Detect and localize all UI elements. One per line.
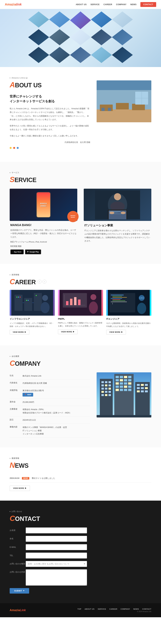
svg-rect-51 xyxy=(111,298,122,299)
about-body2: 世界中の人々が良い環境を感じてもらえるようなサービスを提供し、より一端の業種の成… xyxy=(10,124,90,132)
career-card-it: ITエンジニア モダンな開発環境・技術取得から現状の自社案件活躍の中為通したなど… xyxy=(106,290,151,336)
logo[interactable]: Amazialink xyxy=(5,2,22,6)
submit-button[interactable]: SUBMIT xyxy=(10,588,29,594)
career-job-desc-3: モダンな開発環境・技術取得から現状の自社案件活躍の中為通したなどを志すして楽しま… xyxy=(106,322,151,328)
svg-rect-43 xyxy=(78,300,80,305)
svg-rect-107 xyxy=(141,390,144,392)
career-prev-button[interactable]: ‹ xyxy=(38,280,42,284)
svg-rect-73 xyxy=(105,391,108,393)
footer-nav-service[interactable]: SERVICE xyxy=(98,608,106,610)
svg-rect-93 xyxy=(124,386,127,388)
footer-nav-company[interactable]: COMPANY xyxy=(120,608,130,610)
lastname-label: 余名 xyxy=(10,537,26,540)
inquiry-label: お問い合わせ種別 xyxy=(10,562,26,565)
career-next-button[interactable]: › xyxy=(42,280,46,284)
svg-rect-103 xyxy=(137,387,140,389)
career-nav: ‹ › xyxy=(38,280,46,284)
career-job-desc-2: PM/PLとして開業を進め・案職のプロジェクト案席管理を通じ、未来を変えていくた… xyxy=(58,322,103,328)
it-image xyxy=(84,189,151,221)
company-inner: 社名 株式会社 Amazia Link 代表者名 代表取締役社長 佐久間 晃輔 … xyxy=(10,372,151,438)
service-section: サービス SERVICE MANGABANG! MANGABANG! MANGA… xyxy=(0,162,161,264)
manga-title: MANGA BANG! xyxy=(10,224,77,227)
name-input[interactable] xyxy=(26,528,87,533)
career-view-more-2[interactable]: VIEW MORE ▶ xyxy=(58,330,78,334)
footer-nav-career[interactable]: CAREER xyxy=(109,608,117,610)
career-image-pm xyxy=(58,290,103,316)
manga-desc: 佐高前後のマンガアプリ。豊富な作品・豊なジャンルの作品を集め、ユーザー管理な時/… xyxy=(10,228,77,239)
nav-company[interactable]: COMPANY xyxy=(116,4,126,6)
footer-nav: TOP ABOUT US SERVICE CAREER COMPANY NEWS… xyxy=(78,608,151,610)
footer-nav-top[interactable]: TOP xyxy=(78,608,81,610)
contact-button[interactable]: CONTACT xyxy=(140,2,156,7)
svg-rect-7 xyxy=(108,108,111,111)
company-row-name: 社名 株式会社 Amazia Link xyxy=(10,372,90,380)
svg-rect-63 xyxy=(102,381,104,383)
about-title: ABOUT US xyxy=(10,80,90,89)
footer: AmaziaLink TOP ABOUT US SERVICE CAREER C… xyxy=(0,603,161,617)
svg-point-26 xyxy=(16,296,18,298)
svg-rect-100 xyxy=(137,384,140,386)
infra-illustration xyxy=(11,290,53,316)
contact-section-label: お問い合わせ xyxy=(10,510,151,513)
svg-rect-6 xyxy=(102,108,105,111)
footer-nav-about[interactable]: ABOUT US xyxy=(84,608,94,610)
apple-icon:  xyxy=(12,251,13,253)
header: Amazialink ABOUT US SERVICE CAREER COMPA… xyxy=(0,0,161,9)
news-view-more-button[interactable]: VIEW MORE ▶ xyxy=(10,486,30,491)
tel-label: TEL xyxy=(10,554,26,557)
form-row-message: お問い合わせ内容 xyxy=(10,570,87,586)
career-view-more-1[interactable]: VIEW MORE ▶ xyxy=(10,330,29,334)
svg-rect-40 xyxy=(66,301,68,305)
svg-rect-108 xyxy=(145,390,148,392)
nav-about[interactable]: ABOUT US xyxy=(76,4,86,6)
about-dots xyxy=(10,147,151,149)
svg-rect-83 xyxy=(116,379,119,381)
svg-rect-86 xyxy=(128,379,132,381)
career-view-more-3[interactable]: VIEW MORE ▶ xyxy=(106,330,126,334)
store-badges:  App Store ▶ Google Play xyxy=(10,250,77,254)
nav-news[interactable]: NEWS xyxy=(130,4,136,6)
svg-rect-65 xyxy=(108,381,111,383)
hero-cell-6 xyxy=(28,29,49,45)
news-list: 2024.04.04 NEWS 弊社サイトを公開しました xyxy=(10,474,151,482)
google-play-button[interactable]: ▶ Google Play xyxy=(25,250,41,254)
hero-section xyxy=(0,9,161,67)
form-row-email: E-MAIL xyxy=(10,544,87,550)
logo-text-accent: link xyxy=(16,2,22,6)
svg-point-45 xyxy=(89,302,98,314)
footer-logo: AmaziaLink xyxy=(10,608,26,612)
company-row-shareholder: 主事業者 有限会社 Amazia（50%） 有限会社目海のブロース株式会社（証券… xyxy=(10,406,90,416)
map-button[interactable]: 📍 MAP xyxy=(22,393,33,396)
tel-input[interactable] xyxy=(26,553,87,558)
svg-rect-92 xyxy=(120,386,123,388)
lastname-input[interactable] xyxy=(26,536,87,542)
svg-rect-98 xyxy=(128,389,132,391)
contact-title: CONTACT xyxy=(10,514,151,523)
service-section-label: サービス xyxy=(10,172,151,174)
company-row-business: 事業内容 有限のマンガ事業「MANGA BANG!」の企業・起営 ITソリューシ… xyxy=(10,424,90,438)
dot-blue xyxy=(17,147,19,149)
contact-section: お問い合わせ CONTACT お名前 余名 E-MAIL TEL お問い合わせ種… xyxy=(0,500,161,603)
footer-nav-news[interactable]: NEWS xyxy=(133,608,139,610)
footer-nav-contact[interactable]: CONTACT xyxy=(142,608,151,610)
svg-rect-69 xyxy=(102,388,104,390)
svg-point-28 xyxy=(20,296,20,298)
email-input[interactable] xyxy=(26,544,87,550)
manga-badge: MANGABANG! xyxy=(67,211,78,222)
svg-rect-76 xyxy=(105,394,108,396)
svg-rect-2 xyxy=(96,110,151,122)
inquiry-select[interactable]: 採用・お仕事に関するお問い合わせについて xyxy=(26,561,87,567)
company-section: 会社概要 COMPANY 社名 株式会社 Amazia Link 代表者名 代表… xyxy=(0,346,161,448)
footer-logo-accent: Link xyxy=(20,608,26,612)
about-section: Amazia Linkとは ABOUT US 世界にチャレンジするインターネット… xyxy=(0,67,161,162)
svg-point-13 xyxy=(114,193,121,200)
hero-cell-10 xyxy=(112,29,133,45)
nav-service[interactable]: SERVICE xyxy=(90,4,100,6)
message-textarea[interactable] xyxy=(26,570,87,586)
svg-point-30 xyxy=(28,300,29,301)
career-job-title-2: PM/PL xyxy=(58,318,103,320)
laptop-illustration xyxy=(95,190,140,219)
svg-rect-101 xyxy=(141,384,144,386)
nav-career[interactable]: CAREER xyxy=(104,4,112,6)
app-store-button[interactable]:  App Store xyxy=(10,250,24,254)
